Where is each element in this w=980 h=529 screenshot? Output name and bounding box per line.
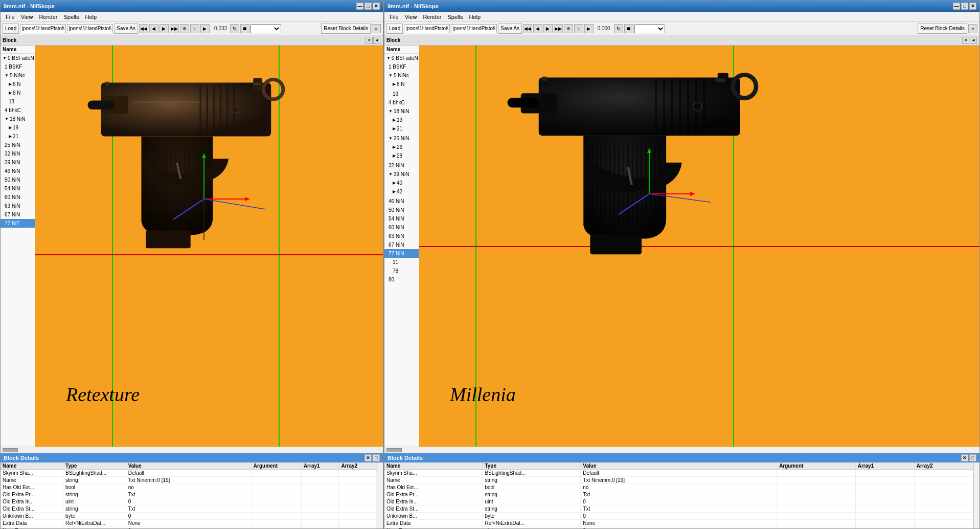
left-maximize-button[interactable]: □ [364, 3, 372, 10]
left-menu-help[interactable]: Help [82, 13, 100, 20]
right-bd-close-btn[interactable]: ✕ [961, 454, 968, 461]
table-row[interactable]: Unknown B...byte0 [1, 513, 377, 520]
left-transform-icon[interactable]: ⊕ [180, 24, 189, 33]
right-anim-select[interactable] [634, 24, 665, 33]
left-block-close-btn[interactable]: ✕ [366, 37, 373, 44]
left-load-button[interactable]: Load [3, 24, 19, 34]
tree-item-6[interactable]: 4 bhkC [1, 106, 35, 115]
tree-item-9[interactable]: ▶21 [1, 132, 35, 141]
left-nav-icon-1[interactable]: ◀◀ [139, 24, 148, 33]
r-tree-item-18[interactable]: ▶42 [384, 187, 419, 196]
left-loop-icon[interactable]: ↻ [230, 24, 239, 33]
right-more-icon[interactable]: » [968, 24, 977, 33]
right-path2-input[interactable] [451, 24, 497, 33]
r-tree-item-12[interactable]: ▶26 [384, 143, 419, 151]
table-row[interactable]: Old Extra Pr...stringTxt [384, 491, 973, 498]
right-load-button[interactable]: Load [386, 24, 403, 34]
right-bd-scrollbar[interactable] [973, 462, 979, 528]
left-nav-icon-2[interactable]: ◀ [149, 24, 158, 33]
left-block-collapse-btn[interactable]: ◄ [373, 37, 380, 44]
r-tree-item-6[interactable]: 4 bhkC [384, 98, 419, 107]
tree-item-14[interactable]: 50 NiN [1, 175, 35, 184]
r-tree-item-11[interactable]: ▼25 NiN [384, 134, 419, 143]
tree-item-12[interactable]: 39 NiN [1, 158, 35, 167]
right-menu-spells[interactable]: Spells [444, 13, 466, 20]
tree-item-7[interactable]: ▼18 NiN [1, 115, 35, 123]
table-row[interactable]: Old Extra St...stringTxt [1, 505, 377, 513]
left-stop-icon[interactable]: ⏹ [240, 24, 249, 33]
r-tree-item-22[interactable]: 54 NiN [384, 214, 419, 223]
right-nav-icon-4[interactable]: ▶▶ [554, 24, 563, 33]
tree-item-19[interactable]: 77 NiT [1, 219, 35, 228]
table-row[interactable]: Old Extra St...stringTxt [384, 505, 973, 513]
left-nav-icon-4[interactable]: ▶▶ [170, 24, 179, 33]
table-row[interactable]: Extra DataRef<NiExtraDat...None [384, 520, 973, 527]
r-tree-item-2[interactable]: ▼5 NiNc [384, 71, 419, 80]
right-nav-icon-3[interactable]: ▶ [543, 24, 553, 33]
right-menu-help[interactable]: Help [466, 13, 484, 20]
right-nav-icon-2[interactable]: ◀ [533, 24, 542, 33]
r-tree-item-13[interactable]: ▶28 [384, 151, 419, 160]
right-viewport[interactable]: Millenia [419, 46, 979, 447]
tree-item-5[interactable]: 13 [1, 97, 35, 106]
right-maximize-button[interactable]: □ [961, 3, 968, 10]
table-row[interactable]: Old Extra Pr...stringTxt [1, 491, 377, 498]
left-menu-render[interactable]: Render [36, 13, 60, 20]
left-viewport[interactable]: FABRIQUE NATIONALE D'ARMES DE GUERRE HER… [35, 46, 383, 447]
right-close-button[interactable]: ✕ [969, 3, 976, 10]
left-menu-file[interactable]: File [3, 13, 18, 20]
tree-item-10[interactable]: 25 NiN [1, 141, 35, 149]
tree-item-1[interactable]: 1 BSKF [1, 62, 35, 71]
r-tree-item-5[interactable]: 13 [384, 90, 419, 98]
right-menu-view[interactable]: View [402, 13, 420, 20]
table-row[interactable]: Num Extra ...uint0 [1, 527, 377, 529]
tree-item-8[interactable]: ▶19 [1, 123, 35, 132]
table-row[interactable]: Old Extra In...uint0 [1, 498, 377, 505]
table-row[interactable]: Extra DataRef<NiExtraDat...None [1, 520, 377, 527]
tree-item-13[interactable]: 46 NiN [1, 167, 35, 175]
table-row[interactable]: Has Old Ext...boolno [1, 484, 377, 491]
left-menu-view[interactable]: View [18, 13, 36, 20]
tree-item-17[interactable]: 63 NiN [1, 202, 35, 210]
tree-item-15[interactable]: 54 NiN [1, 184, 35, 193]
left-path1-input[interactable] [20, 24, 66, 33]
tree-item-0[interactable]: ▼0 BSFadeN [1, 54, 35, 62]
r-tree-item-21[interactable]: 50 NiN [384, 206, 419, 214]
tree-item-16[interactable]: 60 NiN [1, 193, 35, 202]
left-play-icon[interactable]: ▶ [200, 24, 210, 33]
right-stop-icon[interactable]: ⏹ [624, 24, 633, 33]
left-bd-close-btn[interactable]: ✕ [364, 454, 372, 461]
table-row[interactable]: Num Extra ...uint0 [384, 527, 973, 529]
right-loop-icon[interactable]: ↻ [614, 24, 623, 33]
table-row[interactable]: Unknown B...byte0 [384, 513, 973, 520]
r-tree-item-16[interactable]: ▼39 NiN [384, 170, 419, 179]
table-row[interactable]: NamestringTxt Ninemm:0 [19] [1, 477, 377, 484]
right-minimize-button[interactable]: — [953, 3, 960, 10]
left-bd-float-btn[interactable]: □ [373, 454, 380, 461]
r-tree-item-29[interactable]: 80 [384, 275, 419, 284]
table-row[interactable]: Skyrim Sha...BSLightingShad...Default [384, 470, 973, 477]
right-menu-render[interactable]: Render [420, 13, 444, 20]
right-nav-icon-1[interactable]: ◀◀ [523, 24, 532, 33]
right-scale-icon[interactable]: ↕ [574, 24, 583, 33]
right-scroll-thumb[interactable] [386, 448, 402, 452]
left-minimize-button[interactable]: — [356, 3, 363, 10]
right-path1-input[interactable] [404, 24, 450, 33]
table-row[interactable]: NamestringTxt Ninemm:0 [19] [384, 477, 973, 484]
left-more-icon[interactable]: » [372, 24, 381, 33]
left-scale-icon[interactable]: ↕ [190, 24, 199, 33]
right-block-collapse-btn[interactable]: ◄ [970, 37, 977, 44]
r-tree-item-9[interactable]: ▶21 [384, 124, 419, 133]
left-bd-scrollbar[interactable] [377, 462, 383, 528]
table-row[interactable]: Old Extra In...uint0 [384, 498, 973, 505]
tree-item-18[interactable]: 67 NiN [1, 210, 35, 219]
right-menu-file[interactable]: File [386, 13, 402, 20]
right-hscrollbar[interactable] [384, 447, 979, 453]
r-tree-item-28[interactable]: 78 [384, 267, 419, 275]
right-reset-block-button[interactable]: Reset Block Details [918, 24, 967, 34]
r-tree-item-25[interactable]: 67 NiN [384, 240, 419, 249]
r-tree-item-27[interactable]: 11 [384, 258, 419, 267]
r-tree-item-1[interactable]: 1 BSKF [384, 62, 419, 71]
table-row[interactable]: Has Old Ext...boolno [384, 484, 973, 491]
left-reset-block-button[interactable]: Reset Block Details [321, 24, 371, 34]
